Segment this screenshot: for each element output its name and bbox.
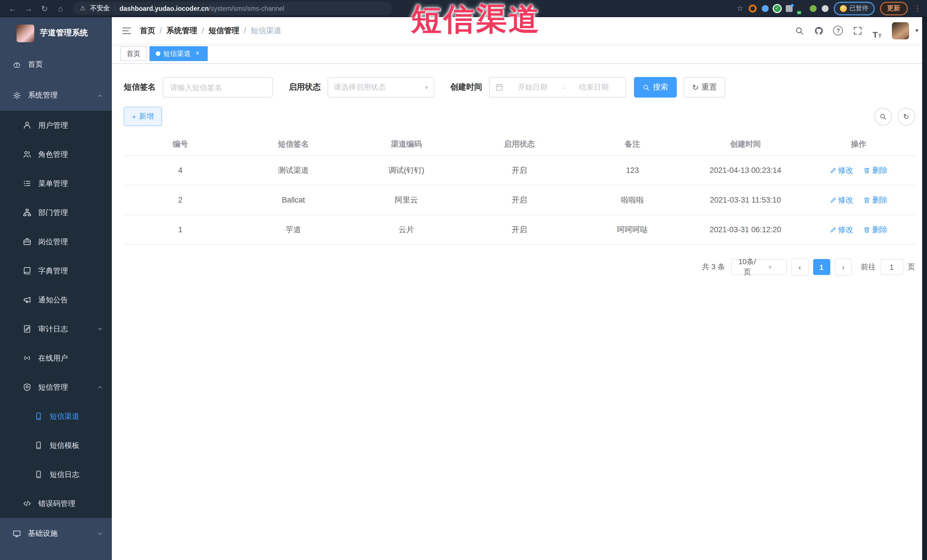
close-icon[interactable]: ×: [193, 50, 201, 58]
github-icon[interactable]: [811, 23, 827, 38]
sidebar-item-error-code[interactable]: 错误码管理: [0, 489, 112, 518]
cell-code: 调试(钉钉): [350, 155, 463, 185]
role-icon: [23, 150, 31, 159]
sidebar-item-departments[interactable]: 部门管理: [0, 198, 112, 227]
page-size-select[interactable]: 10条/页 ▾: [731, 259, 787, 275]
extension-icon-green[interactable]: [810, 5, 816, 12]
cell-sign: Ballcat: [237, 185, 350, 215]
sidebar-item-sms-log[interactable]: 短信日志: [0, 460, 112, 489]
hamburger-icon[interactable]: [122, 26, 132, 35]
delete-link[interactable]: 删除: [864, 225, 887, 235]
sidebar-item-sms-channel[interactable]: 短信渠道: [0, 402, 112, 431]
security-label[interactable]: 不安全: [90, 4, 110, 12]
search-icon[interactable]: [792, 23, 807, 38]
sidebar-item-infrastructure[interactable]: 基础设施: [0, 518, 112, 549]
online-icon: [23, 354, 31, 362]
font-size-icon[interactable]: TT: [869, 23, 885, 38]
table-header-row: 编号 短信签名 渠道编码 启用状态 备注 创建时间 操作: [124, 134, 915, 155]
pencil-icon: [830, 197, 836, 203]
sidebar-item-menus[interactable]: 菜单管理: [0, 169, 112, 198]
breadcrumb-system[interactable]: 系统管理: [167, 26, 198, 36]
current-page-button[interactable]: 1: [813, 259, 830, 275]
sidebar-item-dict[interactable]: 字典管理: [0, 256, 112, 285]
extension-icon-dark[interactable]: on: [798, 5, 804, 12]
address-bar[interactable]: ⚠ 不安全 dashboard.yudao.iocoder.cn/system/…: [73, 2, 393, 15]
sidebar-item-online-users[interactable]: 在线用户: [0, 343, 112, 373]
sidebar-item-label: 基础设施: [28, 528, 58, 539]
cell-code: 云片: [350, 215, 463, 244]
extension-icon-orange[interactable]: [748, 4, 756, 12]
total-count: 共 3 条: [702, 262, 725, 272]
trash-icon: [864, 197, 871, 203]
sidebar-item-label: 首页: [28, 59, 43, 70]
extension-icon-blue[interactable]: [761, 5, 768, 12]
refresh-table-button[interactable]: ↻: [897, 108, 915, 125]
tab-home[interactable]: 首页: [120, 46, 147, 61]
back-icon[interactable]: ←: [6, 0, 20, 17]
status-label: 启用状态: [289, 82, 321, 93]
sign-input[interactable]: [163, 77, 273, 97]
table-row: 1 芋道 云片 开启 呵呵呵哒 2021-03-31 06:12:20 修改 删…: [124, 215, 915, 244]
toggle-search-button[interactable]: [874, 108, 892, 125]
edit-link[interactable]: 修改: [830, 195, 853, 205]
pagination: 共 3 条 10条/页 ▾ ‹ 1 › 前往 页: [124, 258, 915, 276]
date-range-picker[interactable]: 开始日期 - 结束日期: [489, 77, 626, 97]
col-header-actions: 操作: [802, 134, 915, 155]
breadcrumb-sms[interactable]: 短信管理: [208, 26, 239, 36]
browser-window: ← → ↻ ⌂ ⚠ 不安全 dashboard.yudao.iocoder.cn…: [0, 0, 927, 560]
sidebar-item-label: 角色管理: [38, 149, 68, 159]
browser-actions: ☆ ✓ on 已暂停 更新 ⋮: [737, 2, 921, 15]
extension-icon-green-check[interactable]: ✓: [774, 5, 780, 12]
sidebar-item-notice[interactable]: 通知公告: [0, 285, 112, 314]
sidebar-item-audit-log[interactable]: 审计日志: [0, 314, 112, 343]
forward-icon[interactable]: →: [22, 0, 35, 17]
search-button[interactable]: 搜索: [634, 77, 677, 97]
goto-page-input[interactable]: [880, 259, 903, 275]
status-select[interactable]: 请选择启用状态 ▾: [328, 77, 434, 97]
prev-page-button[interactable]: ‹: [791, 258, 808, 276]
sidebar-item-posts[interactable]: 岗位管理: [0, 227, 112, 256]
col-header-code: 渠道编码: [350, 134, 463, 155]
tab-sms-channel[interactable]: 短信渠道 ×: [149, 46, 208, 61]
breadcrumb-home[interactable]: 首页: [140, 26, 155, 36]
sidebar-item-roles[interactable]: 角色管理: [0, 140, 112, 169]
edit-link[interactable]: 修改: [830, 225, 853, 235]
sidebar-item-system[interactable]: 系统管理: [0, 80, 112, 111]
browser-scrollbar[interactable]: [922, 17, 927, 560]
cell-remark: 呵呵呵哒: [576, 215, 689, 244]
refresh-icon: ↻: [903, 113, 909, 120]
sidebar-item-users[interactable]: 用户管理: [0, 111, 112, 140]
add-button[interactable]: + 新增: [124, 107, 162, 126]
delete-link[interactable]: 删除: [864, 165, 887, 175]
profile-paused-chip[interactable]: 已暂停: [833, 2, 874, 15]
extensions-puzzle-icon[interactable]: [821, 5, 828, 12]
chevron-down-icon: [97, 530, 103, 537]
add-button-label: 新增: [139, 111, 154, 121]
home-icon[interactable]: ⌂: [54, 0, 67, 17]
app-logo-row[interactable]: 芋道管理系统: [0, 17, 112, 49]
sidebar-item-sms[interactable]: 短信管理: [0, 373, 112, 402]
browser-menu-icon[interactable]: ⋮: [914, 4, 921, 12]
edit-link[interactable]: 修改: [830, 165, 853, 175]
help-icon[interactable]: ?: [830, 23, 846, 38]
sidebar-item-label: 错误码管理: [38, 498, 75, 508]
next-page-button[interactable]: ›: [834, 258, 852, 276]
cell-remark: 啦啦啦: [576, 185, 689, 215]
fullscreen-icon[interactable]: [849, 23, 866, 38]
update-button[interactable]: 更新: [880, 2, 907, 15]
reset-button[interactable]: ↻ 重置: [684, 77, 726, 97]
sidebar-item-home[interactable]: 首页: [0, 49, 112, 80]
page-size-value: 10条/页: [736, 257, 759, 277]
col-header-sign: 短信签名: [237, 134, 350, 155]
sidebar-item-sms-template[interactable]: 短信模板: [0, 431, 112, 460]
delete-link[interactable]: 删除: [864, 195, 887, 205]
app-logo: [17, 24, 34, 42]
extension-icon-grid[interactable]: [786, 5, 792, 12]
bookmark-star-icon[interactable]: ☆: [737, 4, 743, 12]
update-label: 更新: [887, 4, 900, 12]
page-url[interactable]: dashboard.yudao.iocoder.cn/system/sms/sm…: [120, 5, 284, 12]
reload-icon[interactable]: ↻: [38, 0, 52, 17]
chevron-down-icon: [97, 326, 103, 332]
avatar-caret-icon[interactable]: ▾: [915, 27, 918, 34]
user-avatar[interactable]: [892, 22, 909, 39]
